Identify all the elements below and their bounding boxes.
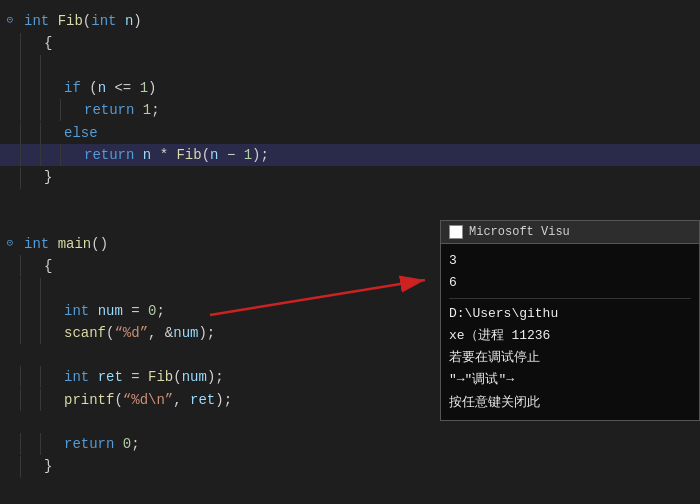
indent-guide xyxy=(40,389,60,411)
console-path2: xe（进程 11236 xyxy=(449,325,691,347)
console-path3: 若要在调试停止 xyxy=(449,347,691,369)
indent-guide xyxy=(20,55,40,77)
code-tokens: int ret = Fib(num); xyxy=(60,366,224,388)
indent-guide xyxy=(20,77,40,99)
indent-guide xyxy=(20,322,40,344)
indent-guide xyxy=(20,366,40,388)
indent-guide xyxy=(20,144,40,166)
indent-guide xyxy=(40,278,60,300)
console-overlay: Microsoft Visu 3 6 D:\Users\githu xe（进程 … xyxy=(440,220,700,421)
console-path4: "→"调试"→ xyxy=(449,369,691,391)
code-tokens: int num = 0; xyxy=(60,300,165,322)
console-titlebar: Microsoft Visu xyxy=(441,221,699,244)
console-path1: D:\Users\githu xyxy=(449,303,691,325)
code-line: } xyxy=(0,455,700,477)
console-window-icon xyxy=(449,225,463,239)
code-line: else xyxy=(0,122,700,144)
code-tokens: int Fib(int n) xyxy=(20,10,142,32)
code-tokens: if (n <= 1) xyxy=(60,77,156,99)
indent-guide xyxy=(20,33,40,55)
code-tokens: return 1; xyxy=(80,99,160,121)
code-line: { xyxy=(0,32,700,54)
gutter-icon: ⊝ xyxy=(0,12,20,30)
code-tokens: scanf(“%d”, &num); xyxy=(60,322,215,344)
indent-guide xyxy=(40,433,60,455)
console-path5: 按任意键关闭此 xyxy=(449,392,691,414)
code-tokens: return 0; xyxy=(60,433,140,455)
code-tokens: { xyxy=(40,255,52,277)
indent-guide xyxy=(20,433,40,455)
code-line: return 1; xyxy=(0,99,700,121)
indent-guide xyxy=(40,300,60,322)
indent-guide xyxy=(40,144,60,166)
code-tokens: else xyxy=(60,122,98,144)
code-tokens: printf(“%d\n”, ret); xyxy=(60,389,232,411)
code-line: return n * Fib(n − 1); xyxy=(0,144,700,166)
indent-guide xyxy=(20,456,40,478)
indent-guide xyxy=(20,99,40,121)
code-tokens: return n * Fib(n − 1); xyxy=(80,144,269,166)
indent-guide xyxy=(40,366,60,388)
code-line: ⊝int Fib(int n) xyxy=(0,10,700,32)
indent-guide xyxy=(20,255,40,277)
code-tokens: } xyxy=(40,166,52,188)
indent-guide xyxy=(20,167,40,189)
indent-guide xyxy=(20,278,40,300)
indent-guide xyxy=(40,99,60,121)
code-line: } xyxy=(0,166,700,188)
indent-guide xyxy=(40,122,60,144)
editor-area: ⊝int Fib(int n){if (n <= 1)return 1;else… xyxy=(0,0,700,504)
indent-guide xyxy=(60,99,80,121)
console-output-6: 6 xyxy=(449,272,691,294)
code-line: return 0; xyxy=(0,433,700,455)
indent-guide xyxy=(60,144,80,166)
indent-guide xyxy=(40,77,60,99)
indent-guide xyxy=(40,55,60,77)
code-tokens: int main() xyxy=(20,233,108,255)
console-title: Microsoft Visu xyxy=(469,225,570,239)
code-tokens: { xyxy=(40,32,52,54)
code-line: if (n <= 1) xyxy=(0,77,700,99)
console-body: 3 6 D:\Users\githu xe（进程 11236 若要在调试停止 "… xyxy=(441,244,699,420)
console-output-3: 3 xyxy=(449,250,691,272)
indent-guide xyxy=(20,122,40,144)
code-line xyxy=(0,55,700,77)
indent-guide xyxy=(20,300,40,322)
gutter-icon: ⊝ xyxy=(0,235,20,253)
code-tokens: } xyxy=(40,455,52,477)
indent-guide xyxy=(40,322,60,344)
code-empty-line xyxy=(0,189,700,211)
indent-guide xyxy=(20,389,40,411)
